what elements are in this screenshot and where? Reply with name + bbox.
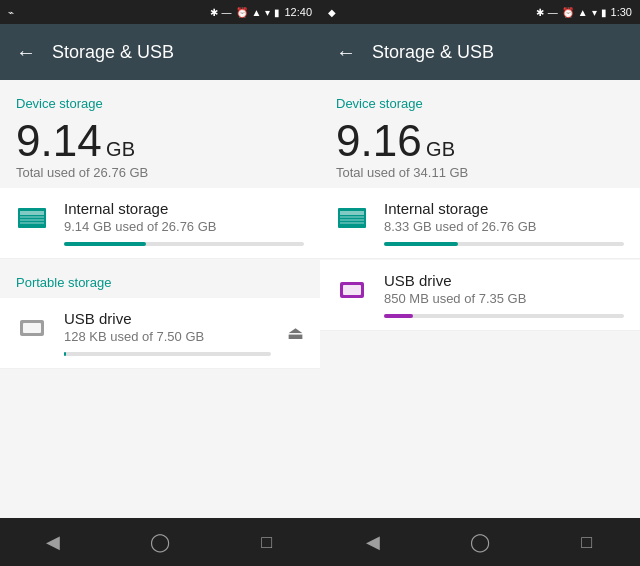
right-signal-icon: ▲ [578, 7, 588, 18]
left-internal-icon [16, 202, 48, 238]
right-page-title: Storage & USB [372, 42, 494, 63]
right-home-nav[interactable]: ◯ [460, 522, 500, 562]
right-recents-nav[interactable]: □ [567, 522, 607, 562]
left-usb-info: USB drive 128 KB used of 7.50 GB [64, 310, 271, 356]
left-total-unit: GB [106, 138, 135, 160]
left-bottom-nav: ◀ ◯ □ [0, 518, 320, 566]
svg-rect-3 [20, 219, 44, 221]
dropbox-icon: ◆ [328, 7, 336, 18]
left-time: 12:40 [284, 6, 312, 18]
left-storage-total: 9.14 GB Total used of 26.76 GB [0, 119, 320, 188]
svg-rect-1 [20, 211, 44, 215]
right-internal-detail: 8.33 GB used of 26.76 GB [384, 219, 624, 234]
right-usb-item[interactable]: USB drive 850 MB used of 7.35 GB [320, 260, 640, 331]
left-page-title: Storage & USB [52, 42, 174, 63]
right-device-storage-label: Device storage [320, 80, 640, 119]
right-status-right: ✱ — ⏰ ▲ ▾ ▮ 1:30 [536, 6, 632, 18]
left-internal-progress-bg [64, 242, 304, 246]
right-internal-progress-bg [384, 242, 624, 246]
left-total-sub: Total used of 26.76 GB [16, 165, 304, 180]
right-internal-storage-item[interactable]: Internal storage 8.33 GB used of 26.76 G… [320, 188, 640, 259]
left-back-nav[interactable]: ◀ [33, 522, 73, 562]
left-usb-detail: 128 KB used of 7.50 GB [64, 329, 271, 344]
left-portable-section: Portable storage USB drive 128 KB used o… [0, 259, 320, 369]
svg-rect-11 [340, 222, 364, 224]
right-status-left: ◆ [328, 7, 336, 18]
right-device-storage-section: Device storage 9.16 GB Total used of 34.… [320, 80, 640, 259]
left-top-bar: ← Storage & USB [0, 24, 320, 80]
right-bluetooth-icon: ✱ [536, 7, 544, 18]
bluetooth-icon: ✱ [210, 7, 218, 18]
right-usb-icon [336, 274, 368, 310]
svg-rect-4 [20, 222, 44, 224]
signal-icon: ▲ [252, 7, 262, 18]
left-status-bar: ⌁ ✱ — ⏰ ▲ ▾ ▮ 12:40 [0, 0, 320, 24]
left-usb-icon [16, 312, 48, 348]
right-status-bar: ◆ ✱ — ⏰ ▲ ▾ ▮ 1:30 [320, 0, 640, 24]
left-internal-storage-item[interactable]: Internal storage 9.14 GB used of 26.76 G… [0, 188, 320, 259]
left-device-storage-label: Device storage [0, 80, 320, 119]
left-internal-name: Internal storage [64, 200, 304, 217]
left-portable-label: Portable storage [0, 259, 320, 298]
left-recents-nav[interactable]: □ [247, 522, 287, 562]
battery-icon: ▮ [274, 7, 280, 18]
left-home-nav[interactable]: ◯ [140, 522, 180, 562]
left-back-button[interactable]: ← [16, 41, 36, 64]
right-internal-progress-fill [384, 242, 458, 246]
left-internal-progress-fill [64, 242, 146, 246]
left-phone-panel: ⌁ ✱ — ⏰ ▲ ▾ ▮ 12:40 ← Storage & USB Devi… [0, 0, 320, 566]
svg-rect-2 [20, 216, 44, 218]
right-alarm-icon: ⏰ [562, 7, 574, 18]
right-back-nav[interactable]: ◀ [353, 522, 393, 562]
right-total-unit: GB [426, 138, 455, 160]
left-usb-name: USB drive [64, 310, 271, 327]
svg-rect-6 [23, 323, 41, 333]
svg-rect-9 [340, 216, 364, 218]
minus-icon: — [222, 7, 232, 18]
left-total-number: 9.14 [16, 116, 102, 165]
right-content: Device storage 9.16 GB Total used of 34.… [320, 80, 640, 518]
right-usb-info: USB drive 850 MB used of 7.35 GB [384, 272, 624, 318]
right-usb-section: USB drive 850 MB used of 7.35 GB [320, 260, 640, 331]
left-content: Device storage 9.14 GB Total used of 26.… [0, 80, 320, 518]
right-internal-info: Internal storage 8.33 GB used of 26.76 G… [384, 200, 624, 246]
right-usb-progress-fill [384, 314, 413, 318]
left-usb-item[interactable]: USB drive 128 KB used of 7.50 GB ⏏ [0, 298, 320, 369]
wifi-icon: ▾ [265, 7, 270, 18]
left-usb-progress-fill [64, 352, 66, 356]
right-usb-progress-bg [384, 314, 624, 318]
svg-rect-13 [343, 285, 361, 295]
right-internal-name: Internal storage [384, 200, 624, 217]
right-internal-icon [336, 202, 368, 238]
left-usb-progress-bg [64, 352, 271, 356]
svg-rect-8 [340, 211, 364, 215]
right-wifi-icon: ▾ [592, 7, 597, 18]
right-storage-total: 9.16 GB Total used of 34.11 GB [320, 119, 640, 188]
left-status-right: ✱ — ⏰ ▲ ▾ ▮ 12:40 [210, 6, 312, 18]
alarm-icon: ⏰ [236, 7, 248, 18]
right-back-button[interactable]: ← [336, 41, 356, 64]
svg-rect-10 [340, 219, 364, 221]
left-status-left: ⌁ [8, 7, 14, 18]
left-internal-detail: 9.14 GB used of 26.76 GB [64, 219, 304, 234]
left-eject-icon[interactable]: ⏏ [287, 322, 304, 344]
right-usb-detail: 850 MB used of 7.35 GB [384, 291, 624, 306]
right-total-sub: Total used of 34.11 GB [336, 165, 624, 180]
right-minus-icon: — [548, 7, 558, 18]
right-usb-name: USB drive [384, 272, 624, 289]
right-total-number: 9.16 [336, 116, 422, 165]
right-battery-icon: ▮ [601, 7, 607, 18]
right-time: 1:30 [611, 6, 632, 18]
right-top-bar: ← Storage & USB [320, 24, 640, 80]
right-phone-panel: ◆ ✱ — ⏰ ▲ ▾ ▮ 1:30 ← Storage & USB Devic… [320, 0, 640, 566]
left-internal-info: Internal storage 9.14 GB used of 26.76 G… [64, 200, 304, 246]
left-device-storage-section: Device storage 9.14 GB Total used of 26.… [0, 80, 320, 259]
right-bottom-nav: ◀ ◯ □ [320, 518, 640, 566]
usb-status-icon: ⌁ [8, 7, 14, 18]
